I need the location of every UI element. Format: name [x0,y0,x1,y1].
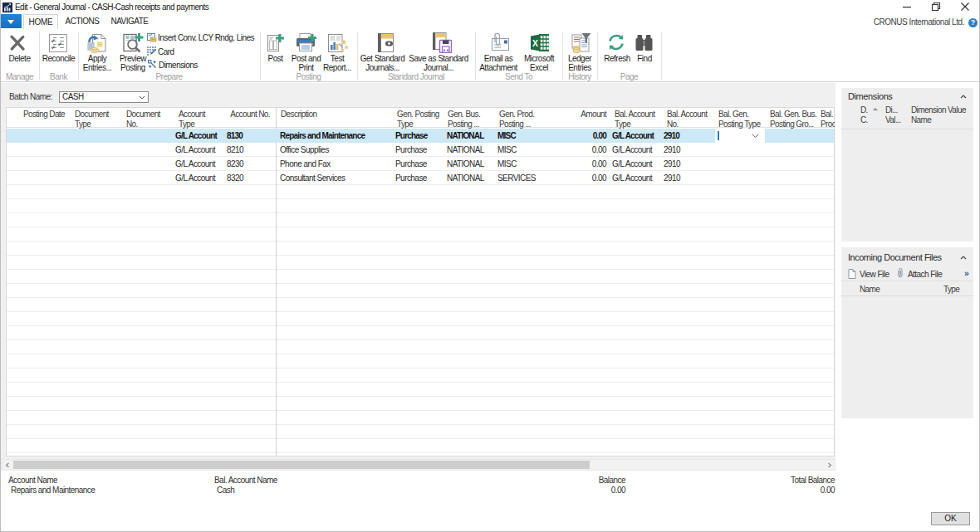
svg-text:X: X [532,38,538,48]
